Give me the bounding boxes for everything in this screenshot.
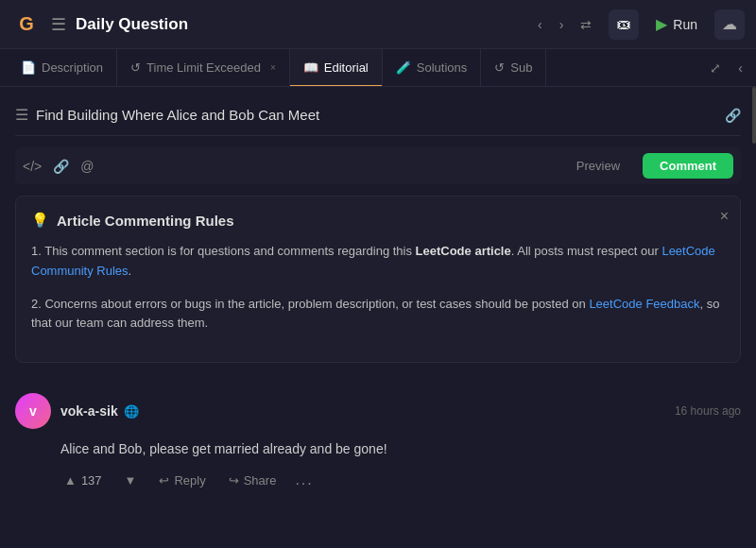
rules-close-button[interactable]: × — [720, 208, 729, 225]
more-options-button[interactable]: ... — [295, 471, 313, 488]
rules-text-1: 1. This comment section is for questions… — [31, 242, 725, 282]
play-icon: ▶ — [656, 15, 667, 33]
link-toolbar-icon[interactable]: 🔗 — [53, 159, 69, 174]
rules-icon: 💡 — [31, 212, 49, 229]
tab-solutions[interactable]: 🧪 Solutions — [383, 49, 481, 87]
rules-text-2: 2. Concerns about errors or bugs in the … — [31, 295, 725, 334]
cloud-save-icon[interactable]: ☁ — [714, 9, 745, 40]
problem-title: Find Building Where Alice and Bob Can Me… — [36, 107, 717, 123]
comment-meta: vok-a-sik 🌐 — [60, 403, 665, 419]
upvote-count: 137 — [81, 473, 102, 488]
comment-body: Alice and Bob, please get married alread… — [15, 438, 741, 459]
next-question-button[interactable]: › — [552, 13, 572, 36]
rules-title: 💡 Article Commenting Rules — [31, 212, 725, 229]
sidebar-toggle-icon[interactable]: ☰ — [15, 106, 28, 124]
tle-tab-close[interactable]: × — [270, 62, 276, 73]
sub-tab-icon: ↺ — [494, 60, 505, 75]
list-icon[interactable]: ☰ — [51, 14, 66, 35]
upvote-button[interactable]: ▲ 137 — [60, 471, 106, 489]
username[interactable]: vok-a-sik — [60, 403, 118, 419]
tab-description[interactable]: 📄 Description — [8, 49, 117, 87]
back-button[interactable]: ‹ — [732, 59, 748, 77]
top-bar: G ☰ Daily Question ‹ › ⇄ 🎟 ▶ Run ☁ — [0, 0, 756, 49]
reply-button[interactable]: ↩ Reply — [155, 471, 209, 489]
comment-item: v vok-a-sik 🌐 16 hours ago Alice and Bob… — [15, 382, 741, 500]
tab-tle[interactable]: ↺ Time Limit Exceeded × — [117, 49, 290, 87]
downvote-button[interactable]: ▼ — [121, 471, 141, 489]
problem-title-bar: ☰ Find Building Where Alice and Bob Can … — [15, 98, 741, 136]
page-title: Daily Question — [76, 15, 521, 34]
nav-arrows: ‹ › ⇄ — [530, 13, 599, 36]
premium-icon[interactable]: 🎟 — [609, 9, 639, 40]
comment-submit-button[interactable]: Comment — [643, 153, 733, 179]
rules-box: 💡 Article Commenting Rules × 1. This com… — [15, 196, 741, 363]
content-area: ☰ Find Building Where Alice and Bob Can … — [0, 87, 756, 548]
logo-icon: G — [11, 9, 42, 40]
downvote-icon: ▼ — [125, 473, 137, 488]
code-icon[interactable]: </> — [23, 159, 42, 174]
tab-editorial[interactable]: 📖 Editorial — [290, 49, 383, 87]
comment-header: v vok-a-sik 🌐 16 hours ago — [15, 393, 741, 429]
tle-tab-icon: ↺ — [130, 60, 141, 75]
share-button[interactable]: ↪ Share — [225, 471, 281, 489]
comment-actions: ▲ 137 ▼ ↩ Reply ↪ Share ... — [15, 471, 741, 489]
reply-icon: ↩ — [159, 473, 169, 488]
avatar: v — [15, 393, 51, 429]
problem-link-icon[interactable]: 🔗 — [725, 108, 741, 123]
editorial-tab-icon: 📖 — [303, 60, 318, 75]
expand-button[interactable]: ⤢ — [704, 59, 727, 77]
user-badge-icon: 🌐 — [124, 404, 139, 419]
solutions-tab-icon: 🧪 — [396, 60, 411, 75]
top-bar-right: 🎟 ▶ Run ☁ — [609, 9, 745, 40]
share-icon: ↪ — [229, 473, 239, 488]
preview-button[interactable]: Preview — [565, 155, 631, 177]
description-tab-icon: 📄 — [21, 60, 36, 75]
tab-bar-actions: ⤢ ‹ — [704, 59, 748, 77]
shuffle-button[interactable]: ⇄ — [573, 13, 599, 36]
prev-question-button[interactable]: ‹ — [530, 13, 550, 36]
feedback-link[interactable]: LeetCode Feedback — [589, 297, 699, 311]
tab-bar: 📄 Description ↺ Time Limit Exceeded × 📖 … — [0, 49, 756, 87]
at-icon[interactable]: @ — [80, 159, 94, 174]
editor-toolbar: </> 🔗 @ Preview Comment — [15, 147, 741, 184]
comment-time: 16 hours ago — [675, 404, 741, 418]
upvote-icon: ▲ — [64, 473, 77, 488]
scrollbar[interactable] — [752, 87, 756, 144]
run-button[interactable]: ▶ Run — [646, 11, 707, 37]
tab-sub[interactable]: ↺ Sub — [481, 49, 546, 87]
